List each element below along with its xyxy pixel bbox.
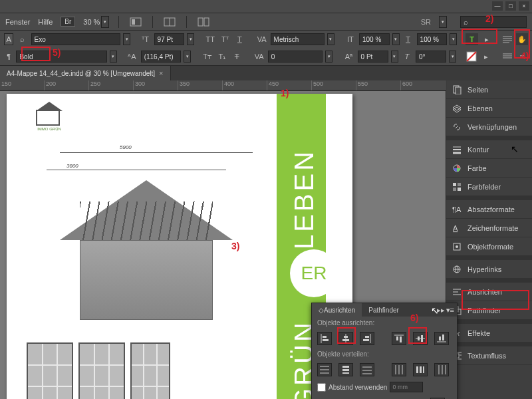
allcaps-icon[interactable]: TT bbox=[204, 33, 216, 45]
zoom-dropdown[interactable]: ▾ bbox=[101, 16, 109, 28]
char-mode-button[interactable]: A bbox=[4, 33, 13, 45]
font-search-icon[interactable]: ⌕ bbox=[16, 33, 28, 45]
kerning-field[interactable]: Metrisch bbox=[271, 33, 325, 45]
vscale-field[interactable]: 100 % bbox=[359, 33, 390, 45]
align-left-icon[interactable] bbox=[317, 332, 332, 345]
tracking-dropdown[interactable]: ▾ bbox=[325, 51, 332, 63]
panel-item-stroke[interactable]: Kontur bbox=[446, 140, 532, 159]
svg-rect-23 bbox=[453, 183, 456, 186]
svg-rect-60 bbox=[439, 336, 441, 340]
skew-field[interactable]: 0° bbox=[416, 51, 446, 63]
menu-fenster[interactable]: Fenster bbox=[5, 18, 30, 26]
page-logo: IMMO GRÜN bbox=[36, 110, 63, 136]
panel-item-label: Hyperlinks bbox=[467, 265, 501, 273]
strikethrough-icon[interactable]: Ŧ bbox=[231, 51, 243, 63]
dist-bottom-icon[interactable] bbox=[360, 363, 374, 376]
panel-item-textwrap[interactable]: Textumfluss bbox=[446, 346, 532, 365]
leading-icon: ᴬA bbox=[126, 51, 138, 63]
distribute-section-label: Objekte verteilen: bbox=[312, 348, 457, 360]
window-close[interactable]: × bbox=[519, 1, 529, 11]
panel-item-char-style[interactable]: AZeichenformate bbox=[446, 219, 532, 237]
right-panel-column: SeitenEbenenVerknüpfungenKonturFarbeFarb… bbox=[446, 80, 532, 399]
spacing-field[interactable]: 0 mm bbox=[390, 382, 423, 392]
submenu-2-icon[interactable]: ▸ bbox=[480, 51, 492, 63]
tracking-field[interactable]: 0 bbox=[268, 51, 323, 63]
arch-illustration: 5900 3800 bbox=[7, 140, 279, 399]
underline-icon[interactable]: T bbox=[233, 33, 245, 45]
subscript-icon[interactable]: T₁ bbox=[216, 51, 228, 63]
panel-item-para-style[interactable]: ¶AAbsatzformate bbox=[446, 200, 532, 219]
kerning-dropdown[interactable]: ▾ bbox=[327, 33, 334, 45]
align-tab-pathfinder[interactable]: Pathfinder bbox=[362, 303, 406, 317]
char-style-icon: A bbox=[452, 223, 462, 233]
window-chrome: — □ × bbox=[0, 0, 532, 13]
panel-item-pages[interactable]: Seiten bbox=[446, 80, 532, 99]
leading-field[interactable]: (116,4 Pt) bbox=[141, 51, 182, 63]
align-top-icon[interactable] bbox=[392, 332, 406, 345]
dist-left-icon[interactable] bbox=[392, 363, 406, 376]
skew-dropdown[interactable]: ▾ bbox=[449, 51, 456, 63]
align-bottom-icon[interactable] bbox=[434, 332, 449, 345]
svg-rect-5 bbox=[204, 18, 209, 26]
dist-vcenter-icon[interactable] bbox=[338, 363, 353, 376]
svg-rect-55 bbox=[400, 336, 402, 342]
font-family-field[interactable]: Exo bbox=[31, 33, 121, 45]
screen-mode-icon[interactable] bbox=[162, 16, 177, 28]
workspace-dropdown[interactable]: ▾ bbox=[439, 16, 447, 28]
para-lines-icon[interactable] bbox=[501, 51, 513, 63]
dist-top-icon[interactable] bbox=[317, 363, 332, 376]
hscale-dropdown[interactable]: ▾ bbox=[450, 33, 457, 45]
svg-rect-74 bbox=[416, 366, 418, 373]
workspace-label[interactable]: SR bbox=[421, 18, 431, 26]
svg-rect-45 bbox=[323, 336, 327, 338]
annotation-1: 1) bbox=[281, 88, 289, 98]
panel-item-label: Farbe bbox=[467, 164, 487, 172]
svg-marker-17 bbox=[453, 105, 461, 110]
panel-item-swatches[interactable]: Farbfelder bbox=[446, 178, 532, 196]
align-panel[interactable]: ◇ Ausrichten Pathfinder ▸▸ ▾≡ Objekte au… bbox=[311, 303, 458, 399]
window-maximize[interactable]: □ bbox=[505, 1, 516, 11]
cursor-icon: ↖ bbox=[431, 305, 439, 316]
document-page[interactable]: IMMO GRÜN 5900 3800 bbox=[7, 94, 352, 399]
dist-right-icon[interactable] bbox=[434, 363, 449, 376]
dist-hcenter-icon[interactable] bbox=[413, 363, 428, 376]
no-fill-icon[interactable] bbox=[466, 51, 477, 63]
panel-item-label: Textumfluss bbox=[467, 352, 506, 360]
zoom-level[interactable]: 30 % bbox=[83, 18, 100, 26]
arrange-documents-icon[interactable] bbox=[196, 16, 211, 28]
panel-item-obj-style[interactable]: Objektformate bbox=[446, 237, 532, 256]
vscale-dropdown[interactable]: ▾ bbox=[392, 33, 400, 45]
panel-item-links[interactable]: Verknüpfungen bbox=[446, 118, 532, 136]
view-options-icon[interactable] bbox=[128, 16, 143, 28]
tracking-icon: VA bbox=[253, 51, 265, 63]
annotation-2: 2) bbox=[485, 13, 493, 24]
superscript-icon[interactable]: Tᵀ bbox=[219, 33, 231, 45]
window-minimize[interactable]: — bbox=[492, 1, 503, 11]
panel-item-hyper[interactable]: Hyperlinks bbox=[446, 260, 532, 279]
bridge-badge[interactable]: Br bbox=[61, 17, 75, 27]
panel-menu-icon[interactable]: ▾≡ bbox=[446, 306, 454, 315]
panel-item-label: Zeichenformate bbox=[467, 224, 518, 232]
para-mode-button[interactable]: ¶ bbox=[4, 53, 13, 61]
font-family-dropdown[interactable]: ▾ bbox=[123, 33, 130, 45]
leading-dropdown[interactable]: ▾ bbox=[184, 51, 191, 63]
font-size-dropdown[interactable]: ▾ bbox=[187, 33, 194, 45]
panel-item-fx[interactable]: fxEffekte bbox=[446, 324, 532, 342]
panel-item-color[interactable]: Farbe bbox=[446, 159, 532, 178]
font-weight-dropdown[interactable]: ▾ bbox=[110, 51, 117, 63]
hscale-field[interactable]: 100 % bbox=[417, 33, 448, 45]
use-spacing-checkbox[interactable] bbox=[317, 383, 326, 392]
align-right-icon[interactable] bbox=[360, 332, 374, 345]
baseline-dropdown[interactable]: ▾ bbox=[391, 51, 398, 63]
document-tab[interactable]: A4-Mappe 14_44_de.indd @ 30 % [Umgewande… bbox=[0, 66, 171, 80]
panel-item-layers[interactable]: Ebenen bbox=[446, 99, 532, 118]
font-size-field[interactable]: 97 Pt bbox=[154, 33, 185, 45]
align-tab-ausrichten[interactable]: ◇ Ausrichten bbox=[312, 303, 362, 317]
align-icon bbox=[452, 287, 462, 297]
smallcaps-icon[interactable]: Tᴛ bbox=[201, 51, 213, 63]
paragraph-panel-icon[interactable] bbox=[501, 33, 513, 45]
baseline-field[interactable]: 0 Pt bbox=[358, 51, 388, 63]
menu-hilfe[interactable]: Hilfe bbox=[38, 18, 53, 26]
control-panel: A ⌕ Exo ▾ ᵀT 97 Pt ▾ TT Tᵀ T VA Metrisch… bbox=[0, 31, 532, 66]
close-tab-icon[interactable]: × bbox=[159, 69, 163, 77]
